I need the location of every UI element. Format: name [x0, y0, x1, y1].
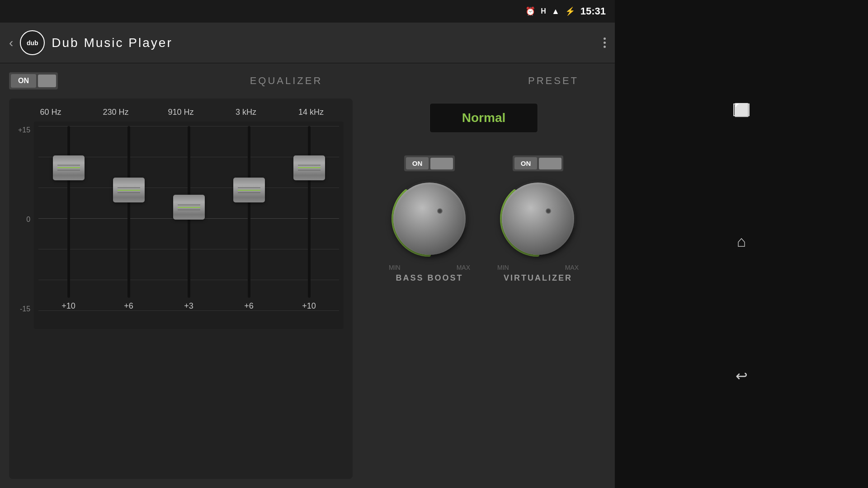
logo-text: dub — [27, 39, 38, 47]
nav-recent-apps-icon[interactable]: ⬜ — [733, 103, 750, 116]
slider-track-0[interactable] — [67, 126, 70, 298]
bass-boost-label: BASS BOOST — [396, 273, 463, 283]
y-label-top: +15 — [18, 126, 30, 134]
slider-thumb-2[interactable] — [173, 195, 205, 220]
slider-thumb-4[interactable] — [293, 155, 325, 180]
app-title: Dub Music Player — [52, 36, 604, 50]
thumb-line-dim-32 — [238, 192, 260, 193]
bass-boost-min-label: MIN — [389, 264, 401, 271]
h-indicator: H — [541, 7, 546, 15]
status-time: 15:31 — [580, 5, 606, 17]
freq-label-2: 910 Hz — [154, 108, 208, 117]
slider-track-4[interactable] — [308, 126, 311, 298]
thumb-line-dim-01 — [57, 165, 80, 165]
slider-value-4: +10 — [302, 301, 316, 311]
menu-button[interactable] — [604, 38, 606, 48]
thumb-line-1 — [118, 190, 140, 191]
eq-preset-row: 60 Hz 230 Hz 910 Hz 3 kHz 14 kHz +15 0 -… — [9, 99, 606, 479]
thumb-line-2 — [178, 207, 200, 208]
thumb-line-3 — [238, 190, 260, 191]
y-label-bot: -15 — [18, 305, 30, 313]
main-content: ON EQUALIZER PRESET 60 Hz 230 Hz 910 Hz … — [0, 63, 615, 488]
thumb-line-dim-31 — [238, 188, 260, 188]
slider-thumb-0[interactable] — [53, 155, 85, 180]
preset-section-label: PRESET — [528, 75, 579, 87]
virtualizer-knob[interactable] — [502, 183, 574, 255]
eq-toggle-on-label[interactable]: ON — [11, 74, 36, 88]
top-controls: ON EQUALIZER PRESET — [9, 72, 606, 89]
slider-col-3: +6 — [226, 126, 272, 311]
app-logo: dub — [20, 30, 45, 55]
sliders-container: +10 +6 — [34, 122, 344, 329]
slider-value-0: +10 — [61, 301, 75, 311]
bass-boost-on-label[interactable]: ON — [406, 157, 429, 169]
freq-label-0: 60 Hz — [24, 108, 78, 117]
dot3 — [604, 46, 606, 48]
bass-boost-knob-indicator — [437, 208, 443, 214]
app-header: ‹ dub Dub Music Player — [0, 23, 615, 63]
slider-value-1: +6 — [124, 301, 133, 311]
thumb-line-dim-02 — [57, 170, 80, 170]
thumb-line-dim-41 — [298, 165, 321, 165]
bass-boost-knob-container — [389, 178, 470, 259]
effects-row: ON — [366, 155, 601, 283]
virtualizer-min-label: MIN — [497, 264, 509, 271]
thumb-line-0 — [57, 167, 80, 168]
slider-thumb-3[interactable] — [233, 178, 265, 202]
thumb-line-4 — [298, 167, 321, 168]
bass-boost-min-max: MIN MAX — [389, 264, 470, 271]
slider-value-2: +3 — [184, 301, 193, 311]
nav-back-icon[interactable]: ↩ — [736, 367, 748, 385]
status-bar-right: ⏰ H ▲ ⚡ 15:31 — [525, 5, 606, 17]
thumb-line-dim-21 — [178, 205, 200, 205]
y-axis: +15 0 -15 — [18, 122, 34, 329]
virtualizer-max-label: MAX — [565, 264, 579, 271]
signal-icon: ▲ — [552, 7, 560, 16]
bass-boost-toggle-slider[interactable] — [430, 158, 453, 169]
slider-col-4: +10 — [287, 126, 332, 311]
freq-label-3: 3 kHz — [219, 108, 273, 117]
equalizer-label: EQUALIZER — [44, 75, 528, 87]
alarm-icon: ⏰ — [525, 6, 535, 16]
virtualizer-label: VIRTUALIZER — [504, 273, 572, 283]
bass-boost-toggle[interactable]: ON — [404, 155, 455, 171]
preset-name: Normal — [462, 111, 505, 125]
dot2 — [604, 42, 606, 44]
bass-boost-max-label: MAX — [457, 264, 470, 271]
thumb-line-dim-42 — [298, 170, 321, 170]
nav-home-icon[interactable]: ⌂ — [737, 233, 746, 250]
slider-col-2: +3 — [166, 126, 212, 311]
slider-track-2[interactable] — [188, 126, 190, 298]
slider-track-1[interactable] — [127, 126, 130, 298]
slider-track-3[interactable] — [248, 126, 250, 298]
thumb-line-dim-22 — [178, 210, 200, 210]
slider-col-1: +6 — [106, 126, 151, 311]
thumb-line-dim-11 — [118, 188, 140, 188]
virtualizer-toggle-slider[interactable] — [539, 158, 561, 169]
back-button[interactable]: ‹ — [9, 36, 13, 50]
virtualizer-knob-container — [497, 178, 579, 259]
virtualizer-knob-indicator — [546, 208, 551, 214]
preset-panel: Normal ON — [362, 99, 606, 479]
y-label-mid: 0 — [18, 216, 30, 224]
dot1 — [604, 38, 606, 40]
status-bar: ⏰ H ▲ ⚡ 15:31 — [0, 0, 615, 23]
freq-label-4: 14 kHz — [284, 108, 338, 117]
virtualizer-on-label[interactable]: ON — [514, 157, 538, 169]
thumb-line-dim-12 — [118, 192, 140, 193]
virtualizer-toggle[interactable]: ON — [513, 155, 564, 171]
freq-label-1: 230 Hz — [89, 108, 143, 117]
slider-col-0: +10 — [46, 126, 91, 311]
virtualizer-section: ON MIN — [497, 155, 579, 283]
preset-button[interactable]: Normal — [429, 103, 538, 133]
eq-sliders-area: +15 0 -15 — [18, 122, 344, 329]
eq-panel: 60 Hz 230 Hz 910 Hz 3 kHz 14 kHz +15 0 -… — [9, 99, 353, 479]
slider-thumb-1[interactable] — [113, 178, 145, 202]
battery-icon: ⚡ — [565, 6, 575, 16]
freq-labels: 60 Hz 230 Hz 910 Hz 3 kHz 14 kHz — [18, 108, 344, 117]
virtualizer-min-max: MIN MAX — [497, 264, 579, 271]
android-nav-bar: ⬜ ⌂ ↩ — [615, 0, 868, 488]
bass-boost-knob[interactable] — [393, 183, 466, 255]
bass-boost-section: ON — [389, 155, 470, 283]
slider-value-3: +6 — [244, 301, 254, 311]
